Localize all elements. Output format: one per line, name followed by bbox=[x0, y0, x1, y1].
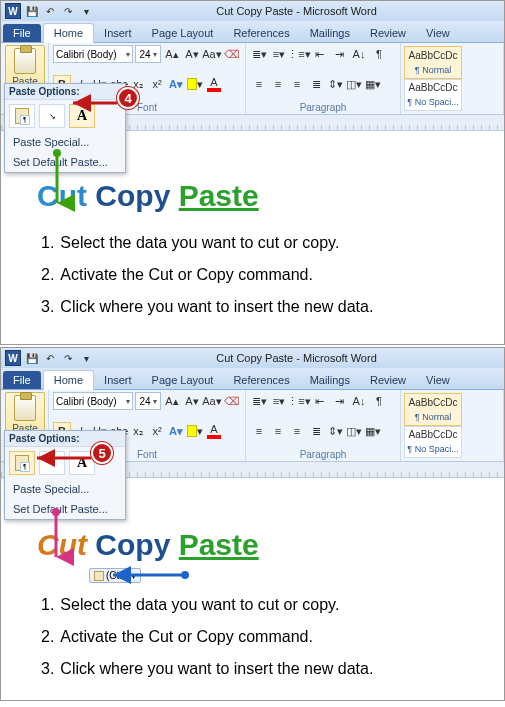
save-icon[interactable]: 💾 bbox=[25, 351, 39, 365]
tab-view[interactable]: View bbox=[416, 371, 460, 389]
show-marks-icon[interactable]: ¶ bbox=[370, 45, 388, 63]
borders-icon[interactable]: ▦▾ bbox=[364, 75, 382, 93]
change-case-icon[interactable]: Aa▾ bbox=[203, 45, 221, 63]
decrease-indent-icon[interactable]: ⇤ bbox=[310, 45, 328, 63]
sort-icon[interactable]: A↓ bbox=[350, 392, 368, 410]
title-paste: Paste bbox=[179, 179, 259, 212]
superscript-button[interactable]: x² bbox=[148, 75, 166, 93]
title-copy: Copy bbox=[95, 179, 170, 212]
numbering-icon[interactable]: ≡▾ bbox=[270, 392, 288, 410]
shrink-font-icon[interactable]: A▾ bbox=[183, 392, 201, 410]
increase-indent-icon[interactable]: ⇥ bbox=[330, 45, 348, 63]
style-normal[interactable]: AaBbCcDc ¶ Normal bbox=[404, 393, 462, 426]
list-item: 1.Select the data you want to cut or cop… bbox=[41, 589, 468, 621]
shading-icon[interactable]: ◫▾ bbox=[345, 75, 363, 93]
align-left-icon[interactable]: ≡ bbox=[250, 422, 268, 440]
font-name-combo[interactable]: Calibri (Body) bbox=[53, 392, 133, 410]
magenta-arrow bbox=[46, 508, 66, 563]
tab-mailings[interactable]: Mailings bbox=[300, 24, 360, 42]
screenshot-top: W 💾 ↶ ↷ ▾ Cut Copy Paste - Microsoft Wor… bbox=[0, 0, 505, 345]
align-center-icon[interactable]: ≡ bbox=[269, 75, 287, 93]
doc-title: Cut Copy Paste bbox=[37, 528, 468, 562]
decrease-indent-icon[interactable]: ⇤ bbox=[310, 392, 328, 410]
tab-references[interactable]: References bbox=[223, 24, 299, 42]
bullets-icon[interactable]: ≣▾ bbox=[250, 392, 268, 410]
align-right-icon[interactable]: ≡ bbox=[288, 75, 306, 93]
line-spacing-icon[interactable]: ⇕▾ bbox=[326, 75, 344, 93]
title-bar: W 💾 ↶ ↷ ▾ Cut Copy Paste - Microsoft Wor… bbox=[1, 1, 504, 21]
numbering-icon[interactable]: ≡▾ bbox=[270, 45, 288, 63]
font-color-button[interactable]: A bbox=[205, 75, 223, 93]
grow-font-icon[interactable]: A▴ bbox=[163, 392, 181, 410]
qat-dropdown-icon[interactable]: ▾ bbox=[79, 4, 93, 18]
paste-keep-source-icon[interactable]: ¶ bbox=[9, 451, 35, 475]
font-color-button[interactable]: A bbox=[205, 422, 223, 440]
callout-4: 4 bbox=[117, 87, 139, 109]
font-size-combo[interactable]: 24 bbox=[135, 45, 161, 63]
style-no-spacing[interactable]: AaBbCcDc ¶ No Spaci... bbox=[404, 426, 462, 459]
tab-home[interactable]: Home bbox=[43, 370, 94, 390]
text-effects-icon[interactable]: A▾ bbox=[167, 422, 185, 440]
font-name-combo[interactable]: Calibri (Body) bbox=[53, 45, 133, 63]
save-icon[interactable]: 💾 bbox=[25, 4, 39, 18]
tab-view[interactable]: View bbox=[416, 24, 460, 42]
line-spacing-icon[interactable]: ⇕▾ bbox=[326, 422, 344, 440]
qat-dropdown-icon[interactable]: ▾ bbox=[79, 351, 93, 365]
redo-icon[interactable]: ↷ bbox=[61, 351, 75, 365]
tab-page-layout[interactable]: Page Layout bbox=[142, 371, 224, 389]
sort-icon[interactable]: A↓ bbox=[350, 45, 368, 63]
multilevel-icon[interactable]: ⋮≡▾ bbox=[290, 392, 308, 410]
tab-review[interactable]: Review bbox=[360, 24, 416, 42]
highlight-button[interactable]: ▾ bbox=[186, 422, 204, 440]
text-effects-icon[interactable]: A▾ bbox=[167, 75, 185, 93]
title-bar: W 💾 ↶ ↷ ▾ Cut Copy Paste - Microsoft Wor… bbox=[1, 348, 504, 368]
grow-font-icon[interactable]: A▴ bbox=[163, 45, 181, 63]
superscript-button[interactable]: x² bbox=[148, 422, 166, 440]
increase-indent-icon[interactable]: ⇥ bbox=[330, 392, 348, 410]
tab-references[interactable]: References bbox=[223, 371, 299, 389]
list-item: 2.Activate the Cut or Copy command. bbox=[41, 621, 468, 653]
tab-insert[interactable]: Insert bbox=[94, 24, 142, 42]
redo-icon[interactable]: ↷ bbox=[61, 4, 75, 18]
clipboard-icon bbox=[14, 48, 36, 74]
quick-access-toolbar: 💾 ↶ ↷ ▾ bbox=[25, 351, 93, 365]
tab-file[interactable]: File bbox=[3, 24, 41, 42]
align-center-icon[interactable]: ≡ bbox=[269, 422, 287, 440]
paste-special-item[interactable]: Paste Special... bbox=[5, 479, 125, 499]
tab-home[interactable]: Home bbox=[43, 23, 94, 43]
align-left-icon[interactable]: ≡ bbox=[250, 75, 268, 93]
justify-icon[interactable]: ≣ bbox=[307, 422, 325, 440]
style-no-spacing[interactable]: AaBbCcDc ¶ No Spaci... bbox=[404, 79, 462, 112]
shading-icon[interactable]: ◫▾ bbox=[345, 422, 363, 440]
clipboard-icon bbox=[14, 395, 36, 421]
undo-icon[interactable]: ↶ bbox=[43, 4, 57, 18]
title-paste: Paste bbox=[179, 528, 259, 561]
tab-mailings[interactable]: Mailings bbox=[300, 371, 360, 389]
word-app-icon[interactable]: W bbox=[5, 350, 21, 366]
align-right-icon[interactable]: ≡ bbox=[288, 422, 306, 440]
font-size-combo[interactable]: 24 bbox=[135, 392, 161, 410]
tab-file[interactable]: File bbox=[3, 371, 41, 389]
justify-icon[interactable]: ≣ bbox=[307, 75, 325, 93]
show-marks-icon[interactable]: ¶ bbox=[370, 392, 388, 410]
clear-formatting-icon[interactable]: ⌫ bbox=[223, 392, 241, 410]
tab-page-layout[interactable]: Page Layout bbox=[142, 24, 224, 42]
undo-icon[interactable]: ↶ bbox=[43, 351, 57, 365]
tab-insert[interactable]: Insert bbox=[94, 371, 142, 389]
callout-5: 5 bbox=[91, 442, 113, 464]
paste-keep-source-icon[interactable]: ¶ bbox=[9, 104, 35, 128]
highlight-button[interactable]: ▾ bbox=[186, 75, 204, 93]
list-item: 3.Click where you want to insert the new… bbox=[41, 653, 468, 685]
shrink-font-icon[interactable]: A▾ bbox=[183, 45, 201, 63]
list-item: 1.Select the data you want to cut or cop… bbox=[41, 227, 468, 259]
word-app-icon[interactable]: W bbox=[5, 3, 21, 19]
change-case-icon[interactable]: Aa▾ bbox=[203, 392, 221, 410]
paste-merge-icon[interactable]: ↘ bbox=[39, 104, 65, 128]
subscript-button[interactable]: x₂ bbox=[129, 422, 147, 440]
style-normal[interactable]: AaBbCcDc ¶ Normal bbox=[404, 46, 462, 79]
clear-formatting-icon[interactable]: ⌫ bbox=[223, 45, 241, 63]
bullets-icon[interactable]: ≣▾ bbox=[250, 45, 268, 63]
tab-review[interactable]: Review bbox=[360, 371, 416, 389]
multilevel-icon[interactable]: ⋮≡▾ bbox=[290, 45, 308, 63]
borders-icon[interactable]: ▦▾ bbox=[364, 422, 382, 440]
